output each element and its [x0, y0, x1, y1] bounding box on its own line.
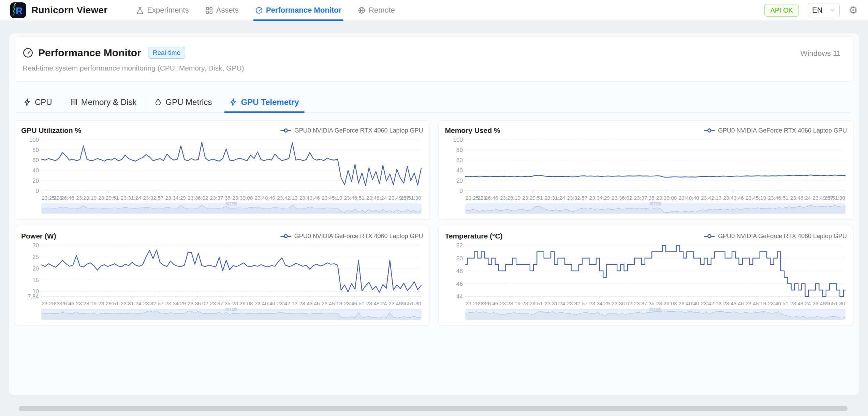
chart-title: Memory Used % [445, 126, 500, 135]
nav-item-remote[interactable]: Remote [350, 0, 403, 21]
nav-item-experiments[interactable]: Experiments [128, 0, 197, 21]
chart-card-temperature: Temperature (°C) GPU0 NVIDIA GeForce RTX… [439, 226, 854, 325]
chart-card-gpu-utilization: GPU Utilization % GPU0 NVIDIA GeForce RT… [15, 120, 430, 220]
svg-text:23:48:24: 23:48:24 [366, 301, 387, 306]
nav-label: Performance Monitor [266, 6, 341, 15]
svg-text:23:31:24: 23:31:24 [121, 195, 142, 201]
svg-text:23:37:35: 23:37:35 [210, 195, 231, 201]
tab-gpu-telemetry[interactable]: GPU Telemetry [223, 92, 306, 112]
svg-text:23:29:51: 23:29:51 [98, 301, 119, 306]
legend-item[interactable]: GPU0 NVIDIA GeForce RTX 4060 Laptop GPU [280, 127, 423, 134]
grid-icon [205, 6, 213, 14]
svg-text:20: 20 [32, 265, 39, 272]
svg-text:60: 60 [456, 157, 463, 164]
header-right: API OK EN ⚙ [764, 3, 858, 17]
tab-memory-disk[interactable]: Memory & Disk [63, 92, 144, 112]
svg-text:23:32:57: 23:32:57 [567, 301, 587, 306]
svg-text:23:40:40: 23:40:40 [255, 195, 276, 201]
svg-text:23:42:13: 23:42:13 [701, 301, 721, 306]
gauge-icon [23, 47, 33, 58]
svg-text:23:34:29: 23:34:29 [165, 301, 186, 306]
chart-title: Power (W) [21, 232, 56, 240]
svg-text:23:32:57: 23:32:57 [143, 301, 163, 306]
legend-item[interactable]: GPU0 NVIDIA GeForce RTX 4060 Laptop GPU [704, 233, 847, 240]
svg-text:23:39:08: 23:39:08 [656, 195, 677, 201]
svg-text:23:29:51: 23:29:51 [522, 301, 543, 306]
os-label: Windows 11 [800, 49, 841, 58]
legend-item[interactable]: GPU0 NVIDIA GeForce RTX 4060 Laptop GPU [704, 127, 847, 134]
tab-cpu[interactable]: CPU [17, 92, 59, 112]
svg-text:23:34:29: 23:34:29 [589, 195, 609, 201]
line-chart-memory-used[interactable]: 02040608010023:25:1323:26:4623:28:1923:2… [444, 136, 849, 219]
nav-item-performance-monitor[interactable]: Performance Monitor [247, 0, 350, 21]
page-title-card: Performance Monitor Real-time Real-time … [15, 36, 853, 81]
svg-text:100: 100 [453, 137, 462, 143]
svg-text:23:45:19: 23:45:19 [745, 195, 766, 201]
language-select[interactable]: EN [808, 3, 840, 17]
legend-item[interactable]: GPU0 NVIDIA GeForce RTX 4060 Laptop GPU [280, 233, 423, 240]
line-series-icon [280, 128, 291, 133]
svg-text:80: 80 [456, 147, 463, 153]
svg-text:23:34:29: 23:34:29 [165, 195, 186, 201]
tab-label: GPU Metrics [165, 97, 212, 107]
svg-text:23:42:13: 23:42:13 [277, 195, 297, 201]
horizontal-scrollbar[interactable] [19, 406, 848, 411]
svg-text:80: 80 [32, 147, 39, 153]
nav-item-assets[interactable]: Assets [197, 0, 247, 21]
svg-text:0: 0 [36, 188, 39, 194]
svg-text:20: 20 [456, 178, 463, 184]
settings-gear-icon[interactable]: ⚙ [849, 5, 858, 15]
svg-text:23:26:46: 23:26:46 [54, 301, 74, 306]
svg-text:23:45:19: 23:45:19 [745, 301, 766, 306]
svg-text:23:43:46: 23:43:46 [723, 301, 744, 306]
svg-text:23:32:57: 23:32:57 [567, 195, 587, 201]
svg-text:23:34:29: 23:34:29 [589, 301, 609, 306]
svg-text:23:28:19: 23:28:19 [500, 301, 520, 306]
main-content-card: Performance Monitor Real-time Real-time … [9, 33, 859, 396]
tabs-row: CPU Memory & Disk GPU Metrics GPU Teleme… [16, 92, 852, 113]
svg-text:23:36:02: 23:36:02 [612, 301, 632, 306]
flask-icon [136, 6, 144, 14]
svg-text:10: 10 [32, 288, 39, 295]
chart-card-memory-used: Memory Used % GPU0 NVIDIA GeForce RTX 40… [439, 120, 854, 220]
svg-text:23:32:57: 23:32:57 [143, 195, 163, 201]
legend-label: GPU0 NVIDIA GeForce RTX 4060 Laptop GPU [294, 233, 423, 240]
svg-text:25: 25 [32, 254, 39, 260]
app-header: R Runicorn Viewer Experiments Assets Per… [0, 0, 868, 21]
chart-card-power: Power (W) GPU0 NVIDIA GeForce RTX 4060 L… [15, 226, 430, 325]
charts-grid: GPU Utilization % GPU0 NVIDIA GeForce RT… [15, 120, 853, 325]
svg-text:23:37:35: 23:37:35 [634, 195, 654, 201]
svg-text:23:26:46: 23:26:46 [477, 195, 498, 201]
svg-text:23:48:24: 23:48:24 [790, 195, 811, 201]
svg-text:15: 15 [32, 277, 39, 283]
svg-text:100: 100 [29, 137, 39, 143]
line-chart-power[interactable]: 7.84101520253023:25:1323:26:4623:28:1923… [20, 242, 425, 325]
svg-text:30: 30 [32, 242, 39, 249]
svg-text:23:45:19: 23:45:19 [322, 301, 342, 306]
svg-text:23:48:24: 23:48:24 [366, 195, 387, 201]
svg-text:23:46:51: 23:46:51 [768, 195, 788, 201]
svg-text:23:40:40: 23:40:40 [678, 195, 699, 201]
svg-text:23:42:13: 23:42:13 [277, 301, 297, 306]
svg-text:23:40:40: 23:40:40 [255, 301, 276, 306]
svg-text:23:51:30: 23:51:30 [401, 301, 422, 306]
tab-gpu-metrics[interactable]: GPU Metrics [147, 92, 219, 112]
line-chart-temperature[interactable]: 444648505223:25:1323:26:4623:28:1923:29:… [444, 242, 849, 325]
svg-text:23:39:08: 23:39:08 [232, 301, 253, 306]
api-status-badge: API OK [764, 4, 799, 17]
chart-title: GPU Utilization % [21, 126, 81, 135]
svg-text:20: 20 [32, 178, 39, 184]
svg-text:23:28:19: 23:28:19 [500, 195, 520, 201]
realtime-badge: Real-time [148, 47, 185, 59]
tab-label: Memory & Disk [81, 97, 137, 107]
droplet-icon [154, 98, 162, 106]
main-nav: Experiments Assets Performance Monitor R… [128, 0, 403, 21]
svg-text:23:51:30: 23:51:30 [824, 301, 845, 306]
line-chart-gpu-utilization[interactable]: 02040608010023:25:1323:26:4623:28:1923:2… [20, 136, 425, 219]
line-series-icon [704, 234, 715, 238]
app-logo[interactable]: R [10, 2, 26, 18]
tab-label: GPU Telemetry [241, 97, 299, 107]
legend-label: GPU0 NVIDIA GeForce RTX 4060 Laptop GPU [718, 127, 847, 134]
chart-title: Temperature (°C) [445, 232, 503, 240]
svg-text:23:28:19: 23:28:19 [76, 301, 97, 306]
